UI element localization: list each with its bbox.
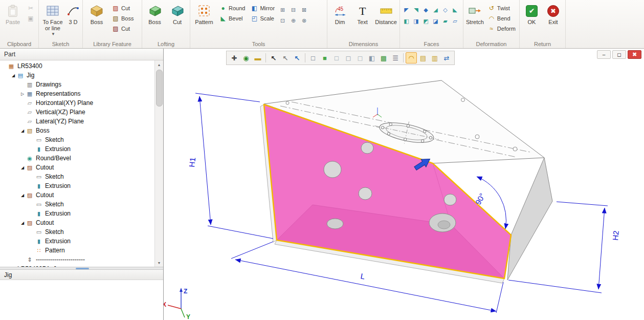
tool-extra-5[interactable]: ⊕ xyxy=(289,16,298,25)
tree-expander-icon[interactable]: ◢ xyxy=(19,193,26,198)
close-button[interactable]: ✖ xyxy=(628,50,641,59)
face-tool-12[interactable]: ▱ xyxy=(451,17,459,26)
floor-hole[interactable] xyxy=(438,221,450,229)
folder-tool[interactable]: ▥ xyxy=(429,52,440,63)
box-view-tool-1[interactable]: □ xyxy=(331,52,342,63)
bolt-hole[interactable] xyxy=(423,130,426,133)
scroll-up-button[interactable]: ▲ xyxy=(155,60,164,69)
solid-view-tool[interactable]: ■ xyxy=(319,52,330,63)
select-box-tool[interactable]: □ xyxy=(307,52,319,63)
twist-button[interactable]: ↺Twist xyxy=(486,4,518,12)
lower-pane-title[interactable]: Jig xyxy=(0,270,163,280)
top-hole[interactable] xyxy=(286,101,289,104)
scroll-track[interactable] xyxy=(155,69,164,259)
tree-item-boss[interactable]: ◢▧Boss xyxy=(0,126,154,135)
tree-item-sketch[interactable]: ▭Sketch xyxy=(0,135,154,144)
tree-item-cutout[interactable]: ◢▨Cutout xyxy=(0,163,154,172)
copy-button[interactable]: ▣ xyxy=(25,14,36,23)
tree-item-lr53400[interactable]: ▦LR53400 xyxy=(0,61,154,71)
tree-item-extrusion[interactable]: ▮Extrusion xyxy=(0,237,154,246)
face-tool-7[interactable]: ◧ xyxy=(402,17,411,26)
library-boss2-button[interactable]: ▧Boss xyxy=(110,14,136,23)
tree-item-extrusion[interactable]: ▮Extrusion xyxy=(0,209,154,218)
face-tool-11[interactable]: ▰ xyxy=(441,17,450,26)
tool-extra-3[interactable]: ⊠ xyxy=(300,6,308,14)
tree-item-jig[interactable]: ◢▤Jig xyxy=(0,71,154,80)
bolt-hole[interactable] xyxy=(429,136,432,139)
wall-hole[interactable] xyxy=(359,187,372,200)
distance-button[interactable]: Distance xyxy=(374,2,397,27)
tree-item-separator[interactable]: ⇕------------------------ xyxy=(0,255,154,264)
wall-hole[interactable] xyxy=(444,194,456,205)
bend-button[interactable]: ◠Bend xyxy=(486,14,518,23)
tree-item-cutout[interactable]: ◢▨Cutout xyxy=(0,190,154,200)
mirror-button[interactable]: ◧Mirror xyxy=(249,4,277,12)
tree-item-drawings[interactable]: ▥Drawings xyxy=(0,80,154,89)
round-button[interactable]: ●Round xyxy=(217,4,247,12)
tree-item-extrusion[interactable]: ▮Extrusion xyxy=(0,144,154,154)
tree-item-sketch[interactable]: ▭Sketch xyxy=(0,172,154,181)
text-button[interactable]: T Text xyxy=(352,2,373,27)
top-hole[interactable] xyxy=(461,98,465,102)
select-point-tool[interactable]: ↖ xyxy=(268,52,279,63)
exit-button[interactable]: ✖ Exit xyxy=(543,2,563,27)
tool-extra-1[interactable]: ⊞ xyxy=(278,6,287,14)
pin-tool[interactable]: ✚ xyxy=(229,52,240,63)
ok-button[interactable]: ✔ OK xyxy=(522,2,542,27)
lofting-cut-button[interactable]: Cut xyxy=(167,2,188,27)
tree-item-horizontal-xy-plane[interactable]: ▱Horizontal(XY) Plane xyxy=(0,98,154,108)
curve-edit-tool[interactable]: ◠ xyxy=(406,52,417,63)
dim-button[interactable]: 45 Dim xyxy=(329,2,350,27)
top-hole[interactable] xyxy=(513,147,517,151)
library-book-tool[interactable]: ▤ xyxy=(417,52,429,63)
panel-splitter[interactable] xyxy=(0,267,163,270)
bolt-hole[interactable] xyxy=(421,139,424,142)
top-hole[interactable] xyxy=(475,135,479,139)
ruler-tool[interactable]: ▬ xyxy=(252,52,263,63)
tool-extra-2[interactable]: ⊟ xyxy=(289,6,298,14)
cut-button[interactable]: ✂ xyxy=(25,4,36,12)
tree-expander-icon[interactable]: ◢ xyxy=(19,129,26,133)
tool-extra-6[interactable]: ⊗ xyxy=(300,16,308,25)
wall-hole[interactable] xyxy=(324,161,341,178)
face-tool-10[interactable]: ◪ xyxy=(431,17,440,26)
tree-item-extrusion[interactable]: ▮Extrusion xyxy=(0,181,154,190)
sketch-3d-button[interactable]: 3 D xyxy=(66,2,80,27)
splitter-grip-icon[interactable] xyxy=(76,268,89,269)
pushpin-tool[interactable]: ◉ xyxy=(240,52,252,63)
face-tool-2[interactable]: ◥ xyxy=(412,6,420,14)
tree-expander-icon[interactable]: ◢ xyxy=(19,165,26,170)
pattern-button[interactable]: Pattern xyxy=(192,2,216,27)
select-face-tool[interactable]: ↖ xyxy=(292,52,303,63)
bolt-hole[interactable] xyxy=(407,124,410,127)
bolt-hole[interactable] xyxy=(387,132,390,135)
bevel-button[interactable]: ◣Bevel xyxy=(217,14,247,23)
lofting-boss-button[interactable]: Boss xyxy=(144,2,165,27)
dim-label-l[interactable]: L xyxy=(360,271,365,281)
deform-button[interactable]: ≈Deform xyxy=(486,25,518,33)
library-boss-button[interactable]: Boss xyxy=(85,2,108,27)
to-face-or-line-button[interactable]: To Face or line▼ xyxy=(41,2,64,38)
tree-item-lr53400p1-j[interactable]: ▦LR53400P1_J xyxy=(0,264,154,267)
select-arrow-tool[interactable]: ↖ xyxy=(280,52,291,63)
tree-item-representations[interactable]: ▷▦Representations xyxy=(0,89,154,98)
tree-scrollbar[interactable]: ▲ ▼ xyxy=(154,60,163,267)
library-cut2-button[interactable]: ▨Cut xyxy=(110,25,136,33)
box-view-tool-3[interactable]: ◻ xyxy=(354,52,366,63)
floor-hole[interactable] xyxy=(327,219,343,229)
face-tool-4[interactable]: ◢ xyxy=(431,6,440,14)
prism-view-tool[interactable]: ◧ xyxy=(366,52,377,63)
minimize-button[interactable]: – xyxy=(597,50,611,59)
right-end-face[interactable] xyxy=(507,158,552,280)
tree-expander-icon[interactable]: ◢ xyxy=(10,73,16,78)
sheet-list-tool[interactable]: ☰ xyxy=(390,52,401,63)
maximize-button[interactable]: ◻ xyxy=(612,50,626,59)
model[interactable] xyxy=(260,80,552,283)
tool-extra-4[interactable]: ⊡ xyxy=(278,16,287,25)
tree-item-cutout[interactable]: ◢▨Cutout xyxy=(0,218,154,227)
tree-item-sketch[interactable]: ▭Sketch xyxy=(0,200,154,209)
dim-label-h1[interactable]: H1 xyxy=(187,157,197,167)
face-tool-3[interactable]: ◆ xyxy=(421,6,430,14)
face-tool-9[interactable]: ◩ xyxy=(421,17,430,26)
tree-expander-icon[interactable]: ▷ xyxy=(19,92,26,96)
